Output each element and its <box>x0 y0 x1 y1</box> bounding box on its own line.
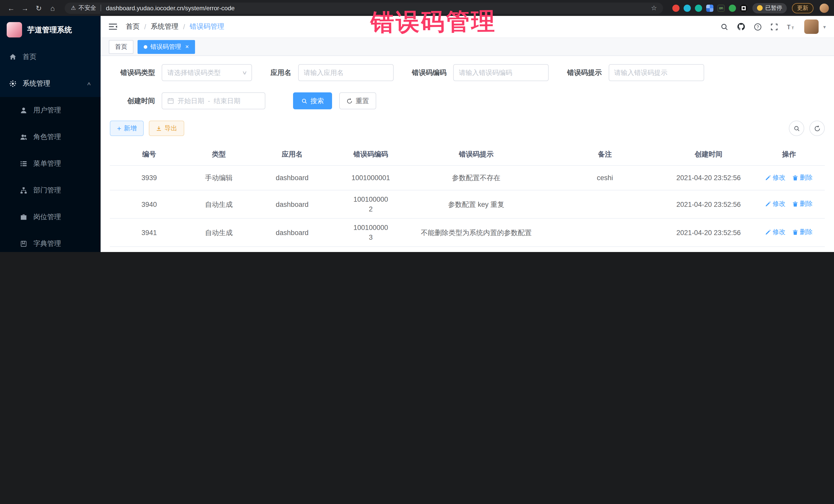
tab-error-code[interactable]: 错误码管理 × <box>137 40 195 53</box>
sidebar-item-post[interactable]: 岗位管理 <box>0 204 101 231</box>
filter-hint-group <box>609 64 704 81</box>
cell-app: dashboard <box>249 173 335 183</box>
tab-home[interactable]: 首页 <box>109 40 133 53</box>
sidebar-item-label: 系统管理 <box>23 79 82 88</box>
sidebar-item-dict[interactable]: 字典管理 <box>0 231 101 252</box>
edit-link[interactable]: 修改 <box>766 199 786 209</box>
main-area: 首页/系统管理/错误码管理 ? TT <box>101 16 834 252</box>
table-row: 3940 自动生成 dashboard 1001000002 参数配置 key … <box>110 191 825 219</box>
briefcase-icon <box>20 214 28 221</box>
user-avatar[interactable] <box>804 20 819 34</box>
bookmark-star-icon[interactable]: ☆ <box>651 4 657 12</box>
paused-emoji-icon <box>757 5 763 11</box>
reload-button[interactable]: ↻ <box>33 4 45 12</box>
refresh-button[interactable] <box>809 120 825 136</box>
extension-icon-green-v[interactable] <box>695 4 702 12</box>
browser-profile-avatar[interactable] <box>820 3 829 13</box>
error-hint-input[interactable] <box>609 64 704 81</box>
reset-button[interactable]: 重置 <box>339 92 376 109</box>
sidebar-item-dept[interactable]: 部门管理 <box>0 177 101 204</box>
breadcrumb-separator: / <box>144 23 146 30</box>
search-button[interactable]: 搜索 <box>293 92 332 109</box>
cell-hint: 参数配置不存在 <box>407 173 546 183</box>
table-row: 3942 自动生成 dashboard 1001000004 不允许获取敏感配置… <box>110 247 825 252</box>
back-button[interactable]: ← <box>5 4 17 12</box>
cell-type: 手动编辑 <box>188 173 249 183</box>
cell-type: 自动生成 <box>188 199 249 209</box>
cell-time: 2021-04-20 23:52:56 <box>664 199 753 209</box>
org-tree-icon <box>20 187 28 194</box>
forward-button[interactable]: → <box>19 4 31 12</box>
delete-link[interactable]: 删除 <box>792 199 812 209</box>
delete-link[interactable]: 删除 <box>792 227 812 237</box>
sidebar-item-home[interactable]: 首页 <box>0 44 101 70</box>
column-header-id: 编号 <box>110 150 188 159</box>
extension-icon-pin[interactable] <box>740 4 747 12</box>
font-size-icon[interactable]: TT <box>787 23 795 30</box>
app-name-input[interactable] <box>298 64 393 81</box>
breadcrumb: 首页/系统管理/错误码管理 <box>126 22 224 31</box>
edit-link[interactable]: 修改 <box>766 173 786 182</box>
cell-time: 2021-04-20 23:52:56 <box>664 227 753 237</box>
calendar-icon <box>167 97 174 104</box>
breadcrumb-item-0[interactable]: 首页 <box>126 22 139 31</box>
extensions-area: on <box>672 4 747 12</box>
app-frame: 芋道管理系统 首页 系统管理 ∧ 用户管理 角色管理 菜单管理 部门管理 岗位管… <box>0 16 834 252</box>
extension-icon-red[interactable] <box>672 4 680 12</box>
help-icon[interactable]: ? <box>754 23 762 30</box>
sidebar-item-user[interactable]: 用户管理 <box>0 97 101 124</box>
cell-id: 3941 <box>110 227 188 237</box>
cell-app: dashboard <box>249 199 335 209</box>
extension-icon-grid[interactable] <box>706 4 714 12</box>
sidebar-item-label: 菜单管理 <box>34 159 85 168</box>
logo-image <box>7 22 22 38</box>
filter-app-label: 应用名 <box>270 68 291 77</box>
tags-view: 首页 错误码管理 × <box>101 38 834 56</box>
sidebar-menu: 首页 系统管理 ∧ 用户管理 角色管理 菜单管理 部门管理 岗位管理 字典管理 … <box>0 44 101 252</box>
dict-icon <box>20 240 28 247</box>
add-button[interactable]: + 新增 <box>110 120 144 136</box>
sidebar-item-menu[interactable]: 菜单管理 <box>0 150 101 177</box>
sidebar-item-label: 用户管理 <box>34 106 85 115</box>
toggle-search-button[interactable] <box>789 120 804 136</box>
annotation-text: 错误码管理 <box>370 6 496 39</box>
sidebar-item-role[interactable]: 角色管理 <box>0 124 101 150</box>
svg-text:T: T <box>787 23 791 30</box>
fullscreen-icon[interactable] <box>770 23 778 30</box>
edit-icon <box>766 201 771 207</box>
filter-row-2: 创建时间 开始日期 - 结束日期 搜索 <box>110 92 825 109</box>
chevron-down-icon[interactable]: ▾ <box>823 24 826 29</box>
paused-badge[interactable]: 已暂停 <box>752 3 787 13</box>
filter-app-group <box>298 64 393 81</box>
user-icon <box>20 107 28 114</box>
github-icon[interactable] <box>737 23 745 31</box>
edit-link[interactable]: 修改 <box>766 227 786 237</box>
menu-fold-icon[interactable] <box>109 23 117 30</box>
security-warning-icon: ⚠ <box>71 5 76 11</box>
column-header-time: 创建时间 <box>664 150 753 159</box>
search-icon[interactable] <box>721 23 728 30</box>
home-button[interactable]: ⌂ <box>47 4 59 12</box>
table-header: 编号 类型 应用名 错误码编码 错误码提示 备注 创建时间 操作 <box>110 143 825 166</box>
breadcrumb-item-1[interactable]: 系统管理 <box>151 22 179 31</box>
filter-time-label: 创建时间 <box>110 96 155 106</box>
sidebar-item-system[interactable]: 系统管理 ∧ <box>0 70 101 97</box>
chevron-icon: ∧ <box>87 81 92 86</box>
cell-code: 1001000001 <box>335 173 407 183</box>
extension-icon-on[interactable]: on <box>718 4 725 12</box>
error-code-input[interactable] <box>453 64 549 81</box>
export-button[interactable]: 导出 <box>149 120 184 136</box>
update-button[interactable]: 更新 <box>792 3 813 13</box>
tab-close-icon[interactable]: × <box>185 44 189 50</box>
cell-code: 1001000003 <box>335 223 407 242</box>
end-date-placeholder: 结束日期 <box>214 96 240 106</box>
address-bar[interactable]: ⚠ 不安全 dashboard.yudao.iocoder.cn/system/… <box>65 2 663 14</box>
table-row: 3941 自动生成 dashboard 1001000003 不能删除类型为系统… <box>110 219 825 247</box>
delete-link[interactable]: 删除 <box>792 173 812 182</box>
extension-icon-drop[interactable] <box>684 4 691 12</box>
table-row: 3939 手动编辑 dashboard 1001000001 参数配置不存在 c… <box>110 166 825 191</box>
date-range-picker[interactable]: 开始日期 - 结束日期 <box>162 92 265 109</box>
extension-icon-leaf[interactable] <box>729 4 736 12</box>
error-type-select[interactable]: 请选择错误码类型 ∨ <box>162 64 252 81</box>
sidebar-item-label: 首页 <box>23 52 85 62</box>
